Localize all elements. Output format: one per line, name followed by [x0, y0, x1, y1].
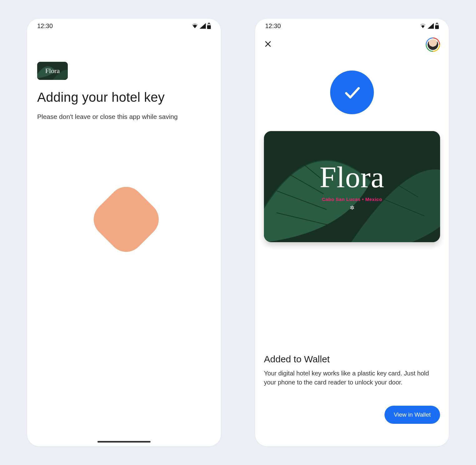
battery-icon — [207, 23, 211, 29]
status-icons — [191, 23, 211, 29]
svg-rect-1 — [207, 25, 211, 29]
status-bar: 12:30 — [255, 19, 449, 33]
phone-screen-success: 12:30 — [255, 19, 449, 446]
view-in-wallet-button[interactable]: View in Wallet — [384, 406, 440, 424]
hotel-key-card[interactable]: Flora Cabo San Lucas • Mexico ✲ — [264, 131, 440, 242]
status-icons — [419, 23, 439, 29]
svg-rect-2 — [208, 23, 210, 24]
wifi-icon — [191, 23, 198, 29]
battery-icon — [435, 23, 439, 29]
hotel-key-thumbnail: Flora — [37, 62, 68, 80]
svg-rect-6 — [436, 23, 438, 24]
status-time: 12:30 — [37, 22, 53, 30]
cellular-icon — [200, 23, 206, 29]
svg-rect-5 — [435, 25, 439, 29]
wifi-icon — [419, 23, 426, 29]
phone-screen-loading: 12:30 Flora Adding your — [27, 19, 221, 446]
success-check-icon — [330, 71, 374, 114]
brand-name: Flora — [320, 162, 384, 192]
close-icon[interactable] — [264, 40, 272, 50]
home-indicator[interactable] — [97, 441, 151, 443]
page-title: Adding your hotel key — [37, 90, 211, 105]
status-bar: 12:30 — [27, 19, 221, 33]
page-subtitle: Please don't leave or close this app whi… — [37, 113, 211, 120]
status-time: 12:30 — [265, 22, 281, 30]
loading-indicator — [96, 193, 152, 250]
brand-mini-label: Flora — [45, 67, 60, 75]
account-avatar[interactable] — [426, 37, 440, 52]
added-title: Added to Wallet — [264, 354, 440, 365]
added-body: Your digital hotel key works like a plas… — [264, 369, 440, 387]
brand-location: Cabo San Lucas • Mexico — [322, 197, 382, 202]
sparkle-icon: ✲ — [350, 204, 355, 211]
cellular-icon — [428, 23, 434, 29]
